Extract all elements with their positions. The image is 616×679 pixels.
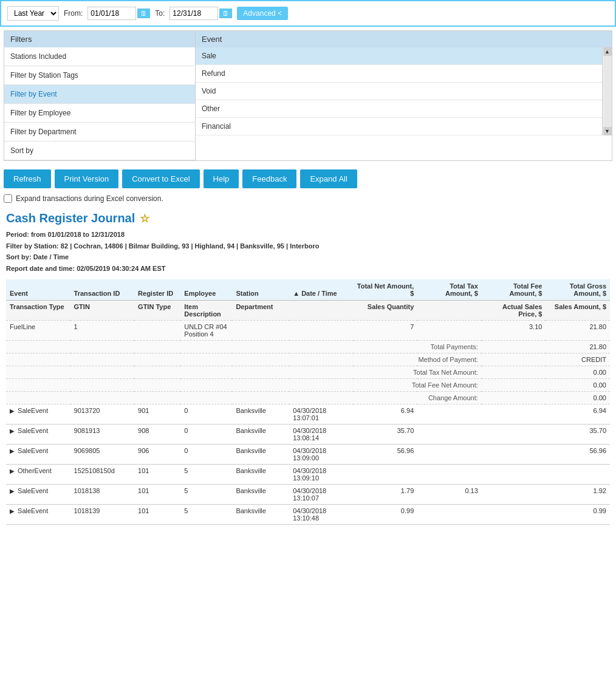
event-item-other[interactable]: Other [196, 100, 612, 118]
row2-txn-id: 9081913 [70, 424, 135, 444]
filter-sort-by[interactable]: Sort by [4, 142, 195, 160]
date-range-selector[interactable]: Last Year [7, 6, 59, 21]
table-row: ▶ SaleEvent 9069805 906 0 Banksville 04/… [6, 444, 610, 464]
row6-reg-id: 101 [134, 504, 180, 524]
row3-reg-id: 906 [134, 444, 180, 464]
table-row: ▶ SaleEvent 9013720 901 0 Banksville 04/… [6, 404, 610, 424]
summary-method-payment-value: CREDIT [482, 353, 610, 366]
from-label: From: [64, 9, 83, 18]
to-cal-button[interactable]: 🗓 [219, 9, 232, 18]
row5-station: Banksville [232, 484, 289, 504]
subh-sales-amount: Sales Amount, $ [546, 300, 610, 320]
row2-tax [417, 424, 482, 444]
to-date-wrap: 🗓 [169, 7, 232, 20]
table-row: ▶ SaleEvent 9081913 908 0 Banksville 04/… [6, 424, 610, 444]
scroll-up-button[interactable]: ▲ [603, 47, 612, 56]
to-date-input[interactable] [169, 7, 218, 20]
event-list-wrap: Sale Refund Void Other Financial ▲ ▼ [196, 47, 612, 135]
expand-arrow-icon[interactable]: ▶ [10, 508, 15, 514]
convert-to-excel-button[interactable]: Convert to Excel [122, 169, 199, 188]
print-version-button[interactable]: Print Version [55, 169, 119, 188]
summary-method-payment: Method of Payment: CREDIT [6, 353, 610, 366]
refresh-button[interactable]: Refresh [4, 169, 51, 188]
summary-change-value: 0.00 [482, 391, 610, 404]
expand-all-button[interactable]: Expand All [300, 169, 357, 188]
row4-event: ▶ OtherEvent [6, 464, 70, 484]
row5-event: ▶ SaleEvent [6, 484, 70, 504]
feedback-button[interactable]: Feedback [242, 169, 296, 188]
row6-date: 04/30/201813:10:48 [289, 504, 354, 524]
period-label: Period: [6, 231, 31, 238]
star-icon[interactable]: ☆ [140, 212, 149, 225]
row4-date: 04/30/201813:09:10 [289, 464, 354, 484]
summary-method-payment-label: Method of Payment: [6, 353, 482, 366]
detail-item-desc: UNLD CR #04 Position 4 [180, 320, 232, 340]
main-header-row: Event Transaction ID Register ID Employe… [6, 279, 610, 301]
filter-station-tags[interactable]: Filter by Station Tags [4, 66, 195, 85]
event-item-void[interactable]: Void [196, 83, 612, 100]
detail-gtin: 1 [70, 320, 135, 340]
row1-station: Banksville [232, 404, 289, 424]
detail-row-fuelline: FuelLine 1 UNLD CR #04 Position 4 7 3.10… [6, 320, 610, 340]
row5-date: 04/30/201813:10:07 [289, 484, 354, 504]
th-date[interactable]: ▲ Date / Time [289, 279, 354, 301]
scroll-track [603, 56, 612, 127]
row6-emp: 5 [180, 504, 232, 524]
from-date-input[interactable] [87, 7, 136, 20]
filter-stations-included[interactable]: Stations Included [4, 47, 195, 66]
detail-empty [289, 320, 354, 340]
table-row: ▶ SaleEvent 1018138 101 5 Banksville 04/… [6, 484, 610, 504]
to-label: To: [155, 9, 165, 18]
summary-tax-net-label: Total Tax Net Amount: [6, 366, 482, 378]
filter-by-department[interactable]: Filter by Department [4, 123, 195, 142]
expand-arrow-icon[interactable]: ▶ [10, 448, 15, 454]
filter-station-label: Filter by Station: [6, 242, 61, 250]
filter-by-event[interactable]: Filter by Event [4, 85, 195, 104]
filters-panel: Filters Stations Included Filter by Stat… [4, 31, 196, 160]
row3-fee [482, 444, 546, 464]
table-row: ▶ OtherEvent 1525108150d 101 5 Banksvill… [6, 464, 610, 484]
row2-fee [482, 424, 546, 444]
th-event: Event [6, 279, 70, 301]
expand-arrow-icon[interactable]: ▶ [10, 408, 15, 414]
filter-by-employee[interactable]: Filter by Employee [4, 104, 195, 123]
expand-arrow-icon[interactable]: ▶ [10, 488, 15, 494]
filters-section: Filters Stations Included Filter by Stat… [4, 30, 612, 161]
row6-txn-id: 1018139 [70, 504, 135, 524]
detail-dept [232, 320, 289, 340]
scroll-down-button[interactable]: ▼ [603, 127, 612, 135]
sort-label: Sort by: [6, 253, 33, 261]
th-reg-id: Register ID [134, 279, 180, 301]
detail-empty2 [417, 320, 482, 340]
period-value: from 01/01/2018 to 12/31/2018 [31, 231, 125, 238]
from-cal-button[interactable]: 🗓 [137, 9, 150, 18]
main-table: Event Transaction ID Register ID Employe… [6, 279, 610, 525]
date-range-select[interactable]: Last Year [7, 6, 59, 21]
row5-tax: 0.13 [417, 484, 482, 504]
event-item-refund[interactable]: Refund [196, 65, 612, 83]
event-scrollbar[interactable]: ▲ ▼ [602, 47, 612, 135]
row2-gross: 35.70 [546, 424, 610, 444]
event-item-financial[interactable]: Financial [196, 118, 612, 135]
summary-fee-net-label: Total Fee Net Amount: [6, 378, 482, 391]
help-button[interactable]: Help [204, 169, 239, 188]
expand-arrow-icon[interactable]: ▶ [10, 428, 15, 434]
report-section: Cash Register Journal ☆ Period: from 01/… [0, 208, 616, 528]
row6-net: 0.99 [354, 504, 418, 524]
row5-fee [482, 484, 546, 504]
th-txn-id: Transaction ID [70, 279, 135, 301]
advanced-button[interactable]: Advanced < [237, 7, 288, 20]
expand-checkbox[interactable] [4, 194, 12, 203]
subh-gtin: GTIN [70, 300, 135, 320]
event-item-sale[interactable]: Sale [196, 47, 612, 65]
row6-gross: 0.99 [546, 504, 610, 524]
expand-arrow-icon[interactable]: ▶ [10, 468, 15, 474]
row1-date: 04/30/201813:07:01 [289, 404, 354, 424]
event-header: Event [196, 31, 612, 47]
toolbar: Refresh Print Version Convert to Excel H… [0, 165, 616, 193]
subh-empty2 [417, 300, 482, 320]
detail-gtin-type [134, 320, 180, 340]
report-date-label: Report date and time: [6, 265, 77, 272]
row1-gross: 6.94 [546, 404, 610, 424]
th-employee: Employee [180, 279, 232, 301]
